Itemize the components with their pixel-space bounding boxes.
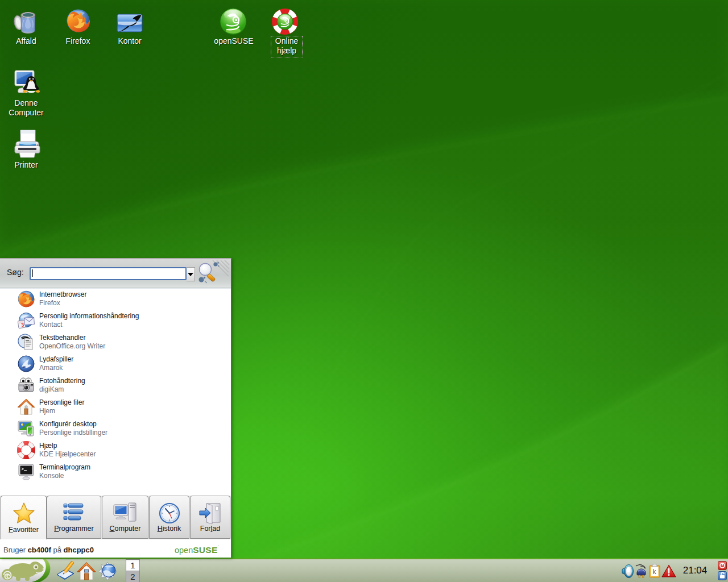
- svg-text:k: k: [653, 568, 657, 576]
